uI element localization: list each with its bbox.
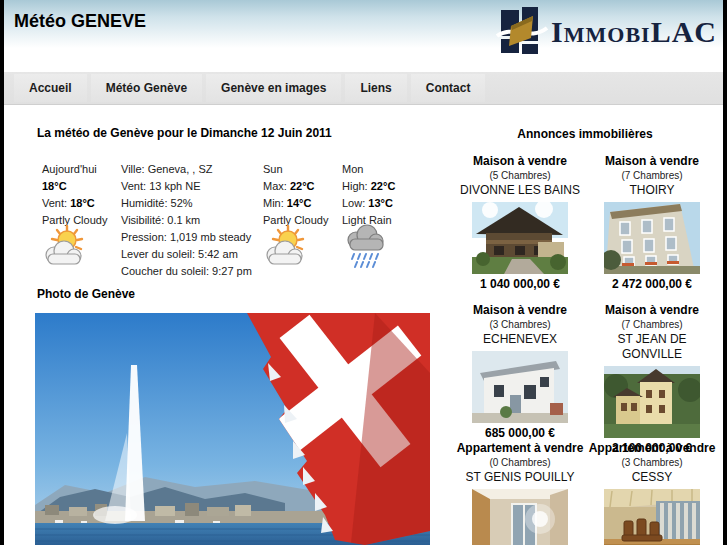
- detail-wind: Vent: 13 kph NE: [121, 178, 252, 195]
- detail-sunset: Coucher du soleil: 9:27 pm: [121, 263, 252, 280]
- partly-cloudy-icon: [260, 223, 308, 271]
- listing-photo-terrace[interactable]: [604, 489, 700, 545]
- forecast-mon-high-label: High:: [342, 180, 371, 192]
- forecast-sun: Sun Max: 22°C Min: 14°C Partly Cloudy: [263, 161, 328, 229]
- listing-photo-interior[interactable]: [472, 489, 568, 545]
- detail-humidity: Humidité: 52%: [121, 195, 252, 212]
- listing-type: Maison à vendre: [454, 303, 586, 318]
- main-nav: Accueil Météo Genève Genève en images Li…: [4, 72, 723, 105]
- site-title: Météo GENEVE: [14, 11, 146, 32]
- listing-rooms: (7 Chambres): [586, 169, 718, 183]
- listing-type: Maison à vendre: [454, 154, 586, 169]
- listing-location: CESSY: [586, 470, 718, 485]
- today-label: Aujourd'hui: [42, 161, 107, 178]
- immobilac-logo-icon: [495, 2, 551, 62]
- forecast-sun-day: Sun: [263, 161, 328, 178]
- partly-cloudy-icon: [39, 223, 87, 271]
- nav-item-accueil[interactable]: Accueil: [14, 74, 87, 102]
- photo-heading: Photo de Genève: [37, 287, 135, 301]
- listing-photo-white-house[interactable]: [472, 351, 568, 423]
- logo-part1: I: [551, 15, 564, 48]
- forecast-mon-low: 13°C: [368, 197, 393, 209]
- listing-rooms: (5 Chambres): [454, 169, 586, 183]
- forecast-mon-high: 22°C: [371, 180, 396, 192]
- listing-type: Maison à vendre: [586, 154, 718, 169]
- today-wind-label: Vent:: [42, 197, 70, 209]
- listing-type: Appartement à vendre: [586, 441, 718, 456]
- nav-item-meteo-geneve[interactable]: Météo Genève: [91, 74, 202, 102]
- forecast-mon-low-label: Low:: [342, 197, 368, 209]
- listing-type: Maison à vendre: [586, 303, 718, 318]
- forecast-sun-min-label: Min:: [263, 197, 287, 209]
- listing-location: ST JEAN DE GONVILLE: [586, 332, 718, 362]
- geneva-photo: [35, 313, 430, 545]
- listing-echenevex[interactable]: Maison à vendre (3 Chambres) ECHENEVEX 6…: [454, 303, 586, 441]
- immobilac-logo-text: IMMOBILAC: [551, 17, 717, 47]
- detail-pressure: Pression: 1,019 mb steady: [121, 229, 252, 246]
- forecast-mon: Mon High: 22°C Low: 13°C Light Rain: [342, 161, 395, 229]
- immobilac-logo[interactable]: IMMOBILAC: [495, 2, 717, 62]
- weather-heading: La météo de Genève pour le Dimanche 12 J…: [37, 126, 332, 140]
- forecast-sun-min: 14°C: [287, 197, 312, 209]
- header: Météo GENEVE IMMOBILAC: [4, 0, 723, 48]
- listing-photo-stone-building[interactable]: [604, 202, 700, 274]
- listing-cessy[interactable]: Appartement à vendre (3 Chambres) CESSY: [586, 441, 718, 545]
- forecast-sun-max: 22°C: [290, 180, 315, 192]
- listing-location: ST GENIS POUILLY: [454, 470, 586, 485]
- logo-part3: LAC: [651, 15, 717, 48]
- detail-visibility: Visibilité: 0.1 km: [121, 212, 252, 229]
- detail-sunrise: Lever du soleil: 5:42 am: [121, 246, 252, 263]
- listing-price: 2 472 000,00 €: [586, 277, 718, 292]
- light-rain-icon: [340, 221, 388, 269]
- listings-heading: Annonces immobilières: [450, 127, 720, 141]
- listing-rooms: (3 Chambres): [454, 318, 586, 332]
- listing-rooms: (7 Chambres): [586, 318, 718, 332]
- listing-price: 685 000,00 €: [454, 426, 586, 441]
- listing-type: Appartement à vendre: [454, 441, 586, 456]
- listing-price: 1 040 000,00 €: [454, 277, 586, 292]
- nav-item-geneve-en-images[interactable]: Genève en images: [206, 74, 341, 102]
- logo-part2: MMOBI: [564, 22, 651, 47]
- listing-location: DIVONNE LES BAINS: [454, 183, 586, 198]
- today-wind-value: 18°C: [70, 197, 95, 209]
- listing-thoiry[interactable]: Maison à vendre (7 Chambres) THOIRY 2 47…: [586, 154, 718, 292]
- listing-photo-old-manor[interactable]: [604, 366, 700, 438]
- listing-divonne[interactable]: Maison à vendre (5 Chambres) DIVONNE LES…: [454, 154, 586, 292]
- forecast-mon-day: Mon: [342, 161, 395, 178]
- today-temp: 18°C: [42, 180, 67, 192]
- listing-location: THOIRY: [586, 183, 718, 198]
- listing-st-genis-pouilly[interactable]: Appartement à vendre (0 Chambres) ST GEN…: [454, 441, 586, 545]
- listing-location: ECHENEVEX: [454, 332, 586, 347]
- weather-details: Ville: Geneva, , SZ Vent: 13 kph NE Humi…: [121, 161, 252, 280]
- listing-rooms: (0 Chambres): [454, 456, 586, 470]
- forecast-sun-max-label: Max:: [263, 180, 290, 192]
- listing-photo-chalet[interactable]: [472, 202, 568, 274]
- nav-item-liens[interactable]: Liens: [345, 74, 406, 102]
- nav-item-contact[interactable]: Contact: [411, 74, 486, 102]
- weather-today: Aujourd'hui 18°C Vent: 18°C Partly Cloud…: [42, 161, 107, 229]
- detail-city: Ville: Geneva, , SZ: [121, 161, 252, 178]
- listing-rooms: (3 Chambres): [586, 456, 718, 470]
- listing-st-jean-de-gonville[interactable]: Maison à vendre (7 Chambres) ST JEAN DE …: [586, 303, 718, 456]
